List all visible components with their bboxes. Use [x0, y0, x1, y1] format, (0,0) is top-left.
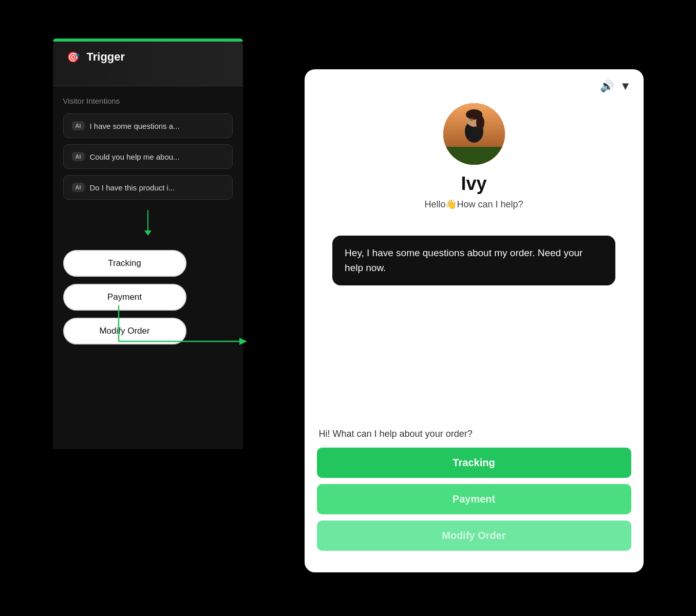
- chat-option-tracking[interactable]: Tracking: [317, 448, 631, 478]
- top-accent-bar: [53, 38, 243, 42]
- flow-panel: 🎯 Trigger Visitor Intentions AI I have s…: [53, 38, 243, 449]
- agent-avatar: [443, 103, 505, 165]
- agent-name: Ivy: [461, 173, 486, 195]
- flow-option-tracking[interactable]: Tracking: [63, 250, 186, 277]
- ai-badge-1: AI: [72, 121, 85, 130]
- intention-text-3: Do I have this product i...: [90, 183, 175, 192]
- intention-text-1: I have some questions a...: [90, 122, 180, 130]
- svg-point-10: [470, 119, 473, 121]
- arrow-head: [144, 230, 152, 236]
- intention-item-2[interactable]: AI Could you help me abou...: [63, 144, 233, 169]
- trigger-label: Trigger: [87, 50, 125, 64]
- bot-response-section: Hi! What can I help about your order? Tr…: [305, 424, 644, 572]
- avatar-image: [443, 103, 505, 165]
- visitor-intentions-label: Visitor Intentions: [63, 97, 233, 105]
- flow-header: 🎯 Trigger: [53, 38, 243, 86]
- chevron-down-icon[interactable]: ▼: [620, 80, 631, 93]
- intention-item-3[interactable]: AI Do I have this product i...: [63, 175, 233, 200]
- trigger-icon: 🎯: [65, 49, 82, 65]
- bot-question: Hi! What can I help about your order?: [317, 429, 631, 439]
- ai-badge-2: AI: [72, 152, 85, 161]
- flow-options: Tracking Payment Modify Order: [53, 250, 243, 362]
- flow-content: Visitor Intentions AI I have some questi…: [53, 86, 243, 250]
- user-message-bubble: Hey, I have some questions about my orde…: [332, 236, 615, 285]
- arrow-line: [147, 210, 148, 230]
- ai-badge-3: AI: [72, 183, 85, 192]
- svg-point-9: [476, 116, 484, 130]
- chat-option-payment[interactable]: Payment: [317, 484, 631, 514]
- chat-messages: Hey, I have some questions about my orde…: [305, 230, 644, 424]
- intention-text-2: Could you help me abou...: [90, 152, 180, 161]
- chat-panel: 🔊 ▼: [305, 69, 644, 572]
- chat-option-modify-order[interactable]: Modify Order: [317, 521, 631, 551]
- down-arrow-connector: [63, 206, 233, 240]
- chat-header: 🔊 ▼: [305, 69, 644, 98]
- svg-marker-2: [239, 338, 247, 345]
- agent-section: Ivy Hello👋How can I help?: [305, 98, 644, 230]
- agent-greeting: Hello👋How can I help?: [424, 199, 523, 210]
- trigger-title: 🎯 Trigger: [65, 49, 231, 65]
- volume-icon[interactable]: 🔊: [600, 80, 614, 93]
- l-connector-svg: [114, 305, 247, 367]
- intention-item-1[interactable]: AI I have some questions a...: [63, 113, 233, 138]
- svg-rect-5: [443, 147, 505, 165]
